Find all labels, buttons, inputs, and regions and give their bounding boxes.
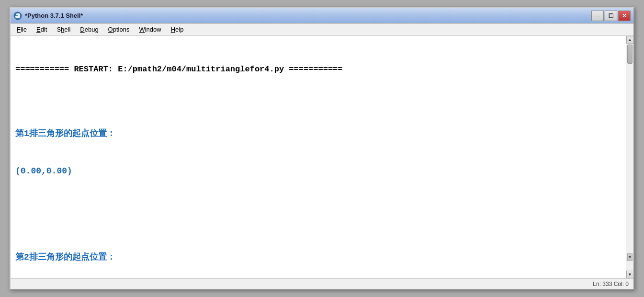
vertical-scrollbar: ▲ ≡ ▼ — [626, 36, 633, 278]
label-1: 第1排三角形的起点位置： — [15, 127, 621, 140]
scroll-track[interactable]: ≡ — [626, 44, 633, 271]
line-col-indicator: Ln: 333 Col: 0 — [593, 281, 629, 287]
value-1: (0.00,0.00) — [15, 165, 621, 178]
title-bar: *Python 3.7.1 Shell* — ⧠ ✕ — [11, 8, 633, 23]
menu-edit[interactable]: Edit — [32, 24, 51, 34]
restart-line: =========== RESTART: E:/pmath2/m04/multi… — [15, 63, 621, 76]
window-controls: — ⧠ ✕ — [591, 11, 631, 21]
window-title: *Python 3.7.1 Shell* — [25, 12, 83, 19]
label-2: 第2排三角形的起点位置： — [15, 251, 621, 264]
output-block-2: 第2排三角形的起点位置： (15.00,25.98) — [15, 227, 621, 279]
menu-file[interactable]: File — [12, 24, 31, 34]
output-block-1: 第1排三角形的起点位置： (0.00,0.00) — [15, 103, 621, 202]
content-area: =========== RESTART: E:/pmath2/m04/multi… — [11, 36, 633, 278]
menu-window[interactable]: Window — [135, 24, 165, 34]
menu-bar: File Edit Shell Debug Options Window Hel… — [11, 23, 633, 36]
minimize-button[interactable]: — — [591, 11, 604, 21]
menu-options[interactable]: Options — [104, 24, 134, 34]
close-button[interactable]: ✕ — [618, 11, 631, 21]
status-bar: Ln: 333 Col: 0 — [11, 278, 633, 289]
python-icon — [13, 11, 22, 20]
menu-debug[interactable]: Debug — [76, 24, 102, 34]
python-shell-window: *Python 3.7.1 Shell* — ⧠ ✕ File Edit She… — [10, 7, 634, 290]
scroll-down-button[interactable]: ▼ — [626, 271, 634, 278]
menu-shell[interactable]: Shell — [52, 24, 75, 34]
scroll-indicator: ≡ — [627, 253, 633, 261]
shell-output[interactable]: =========== RESTART: E:/pmath2/m04/multi… — [11, 36, 626, 278]
scroll-thumb[interactable] — [627, 45, 633, 64]
restore-button[interactable]: ⧠ — [605, 11, 617, 21]
menu-help[interactable]: Help — [167, 24, 188, 34]
title-bar-left: *Python 3.7.1 Shell* — [13, 11, 83, 20]
scroll-up-button[interactable]: ▲ — [626, 36, 634, 44]
